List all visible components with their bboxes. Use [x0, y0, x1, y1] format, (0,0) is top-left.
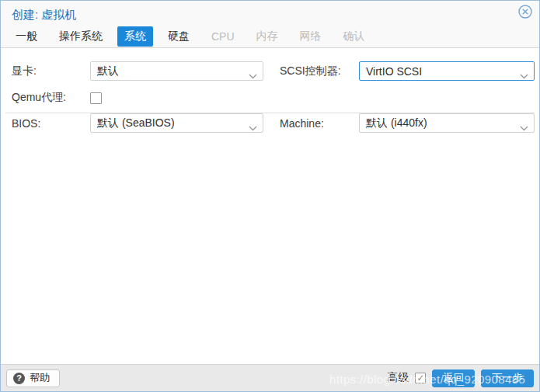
qemu-agent-checkbox[interactable] [90, 92, 102, 104]
help-icon: ? [13, 373, 25, 384]
advanced-checkbox[interactable]: ✓ [415, 373, 426, 383]
next-button[interactable]: 下一步 [481, 369, 534, 387]
chevron-down-icon [520, 69, 528, 75]
close-icon[interactable] [518, 5, 532, 19]
machine-select[interactable]: 默认 (i440fx) [359, 113, 535, 133]
tab-os[interactable]: 操作系统 [52, 26, 110, 47]
qemu-agent-label: Qemu代理: [12, 91, 90, 105]
tab-memory: 内存 [249, 26, 285, 47]
scsi-controller-select[interactable]: VirtIO SCSI [359, 61, 535, 81]
gpu-select[interactable]: 默认 [90, 61, 263, 81]
tab-network: 网络 [293, 26, 329, 47]
titlebar: 创建: 虚拟机 [1, 1, 539, 26]
tab-confirm: 确认 [336, 26, 372, 47]
help-button-label: 帮助 [30, 371, 51, 385]
tab-bar: 一般 操作系统 系统 硬盘 CPU 内存 网络 确认 [1, 26, 539, 48]
chevron-down-icon [249, 69, 257, 75]
scsi-controller-value: VirtIO SCSI [366, 65, 422, 78]
tab-system[interactable]: 系统 [117, 26, 153, 47]
dialog-title: 创建: 虚拟机 [12, 8, 76, 21]
tab-cpu: CPU [204, 27, 242, 46]
chevron-down-icon [249, 121, 257, 127]
check-icon: ✓ [416, 373, 424, 383]
gpu-select-value: 默认 [97, 64, 119, 78]
tab-disk[interactable]: 硬盘 [161, 26, 197, 47]
machine-label: Machine: [280, 117, 359, 130]
advanced-label: 高级 [387, 371, 409, 385]
gpu-label: 显卡: [12, 64, 90, 78]
machine-select-value: 默认 (i440fx) [366, 116, 427, 130]
create-vm-dialog: 创建: 虚拟机 一般 操作系统 系统 硬盘 CPU 内存 网络 确认 显卡: [0, 0, 540, 392]
bios-select-value: 默认 (SeaBIOS) [97, 116, 175, 130]
scsi-controller-label: SCSI控制器: [280, 64, 359, 78]
dialog-header: 创建: 虚拟机 一般 操作系统 系统 硬盘 CPU 内存 网络 确认 [1, 1, 539, 48]
dialog-footer: ? 帮助 高级 ✓ 返回 下一步 https://blog.csdn.net/q… [1, 364, 539, 391]
bios-select[interactable]: 默认 (SeaBIOS) [90, 113, 263, 133]
help-button[interactable]: ? 帮助 [6, 369, 60, 387]
chevron-down-icon [520, 121, 528, 127]
system-form: 显卡: 默认 SCSI控制器: VirtIO SCSI [1, 48, 539, 364]
bios-label: BIOS: [12, 117, 90, 130]
back-button[interactable]: 返回 [432, 369, 475, 387]
tab-general[interactable]: 一般 [9, 26, 44, 47]
